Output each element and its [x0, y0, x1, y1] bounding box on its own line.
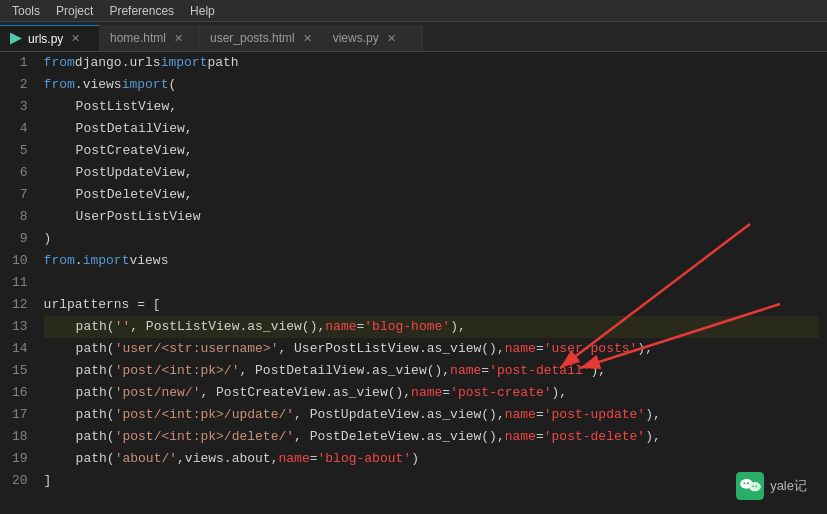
code-line-1: from django.urls import path	[44, 52, 819, 74]
svg-point-9	[756, 486, 758, 488]
code-line-2: from .views import (	[44, 74, 819, 96]
code-area[interactable]: from django.urls import path from .views…	[36, 52, 827, 514]
code-line-6: PostUpdateView,	[44, 162, 819, 184]
code-line-12: urlpatterns = [	[44, 294, 819, 316]
wechat-icon	[736, 472, 764, 500]
svg-point-5	[749, 483, 760, 491]
code-line-9: )	[44, 228, 819, 250]
code-line-13: path('', PostListView.as_view(), name='b…	[44, 316, 819, 338]
code-line-17: path('post/<int:pk>/update/', PostUpdate…	[44, 404, 819, 426]
code-line-3: PostListView,	[44, 96, 819, 118]
menubar: Tools Project Preferences Help	[0, 0, 827, 22]
line-numbers: 12345 678910 1112131415 1617181920	[0, 52, 36, 514]
menu-tools[interactable]: Tools	[4, 4, 48, 18]
tab-home[interactable]: home.html ✕	[100, 25, 200, 51]
tab-close-views[interactable]: ✕	[387, 32, 396, 45]
tab-label: user_posts.html	[210, 31, 295, 45]
svg-point-7	[747, 482, 749, 484]
tab-close-user-posts[interactable]: ✕	[303, 32, 312, 45]
code-line-11	[44, 272, 819, 294]
tab-close-home[interactable]: ✕	[174, 32, 183, 45]
code-line-7: PostDeleteView,	[44, 184, 819, 206]
tab-user-posts[interactable]: user_posts.html ✕	[200, 25, 323, 51]
code-line-18: path('post/<int:pk>/delete/', PostDelete…	[44, 426, 819, 448]
tab-label: urls.py	[28, 32, 63, 46]
editor: 12345 678910 1112131415 1617181920 from …	[0, 52, 827, 514]
run-icon	[10, 33, 22, 45]
code-line-8: UserPostListView	[44, 206, 819, 228]
tab-label: home.html	[110, 31, 166, 45]
code-line-15: path('post/<int:pk>/', PostDetailView.as…	[44, 360, 819, 382]
svg-point-8	[752, 486, 754, 488]
code-line-10: from . import views	[44, 250, 819, 272]
tab-close-urls[interactable]: ✕	[71, 32, 80, 45]
code-line-20: ]	[44, 470, 819, 492]
code-line-19: path('about/',views.about,name='blog-abo…	[44, 448, 819, 470]
tab-views[interactable]: views.py ✕	[323, 25, 423, 51]
svg-point-6	[743, 482, 745, 484]
menu-help[interactable]: Help	[182, 4, 223, 18]
menu-preferences[interactable]: Preferences	[101, 4, 182, 18]
tabbar: urls.py ✕ home.html ✕ user_posts.html ✕ …	[0, 22, 827, 52]
code-line-16: path('post/new/', PostCreateView.as_view…	[44, 382, 819, 404]
watermark: yale记	[736, 472, 807, 500]
menu-project[interactable]: Project	[48, 4, 101, 18]
tab-urls[interactable]: urls.py ✕	[0, 25, 100, 51]
code-line-4: PostDetailView,	[44, 118, 819, 140]
code-line-14: path('user/<str:username>', UserPostList…	[44, 338, 819, 360]
watermark-text: yale记	[770, 477, 807, 495]
code-line-5: PostCreateView,	[44, 140, 819, 162]
tab-label: views.py	[333, 31, 379, 45]
